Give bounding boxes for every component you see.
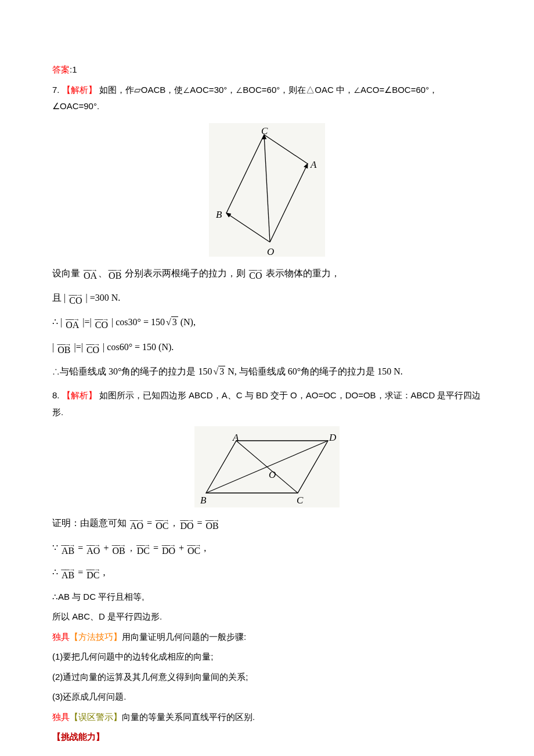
eq: = (194, 518, 204, 528)
label-c: C (297, 491, 303, 510)
radicand: 3 (171, 316, 178, 327)
answer-line: 答案:1 (52, 62, 482, 78)
tip-3: (3)还原成几何问题. (52, 689, 482, 705)
vec-body: CO (248, 271, 262, 280)
q8-text: 如图所示，已知四边形 ABCD，A、C 与 BD 交于 O，AO=OC，DO=O… (52, 390, 481, 417)
vec-ob: ──→OB (108, 267, 122, 280)
label-o: O (267, 243, 274, 261)
sqrt-3: 3 (212, 363, 225, 380)
text-seg: |=| (80, 317, 93, 327)
vec-body: DC (86, 571, 100, 580)
tip-line: 独具【方法技巧】用向量证明几何问题的一般步骤: (52, 629, 482, 646)
vec-ob: ──→OB (111, 542, 125, 556)
vec-oa: ──→OA (65, 316, 80, 330)
vec-body: CO (95, 321, 109, 330)
therefore: ∴ (52, 567, 58, 577)
eq: = (145, 518, 154, 528)
svg-line-4 (226, 135, 264, 213)
warn-prefix: 独具 (52, 712, 70, 722)
analysis-tag: 【解析】 (62, 390, 97, 400)
text-seg: 分别表示两根绳子的拉力，则 (125, 268, 246, 278)
q7-analysis: 7. 【解析】 如图，作▱OACB，使∠AOC=30°，∠BOC=60°，则在△… (52, 82, 482, 115)
vec-dc: ──→DC (86, 567, 100, 580)
comma: ， (127, 543, 136, 553)
vec-oa: ──→OA (83, 267, 98, 280)
text-seg: | cos60° = 150 (N). (100, 342, 174, 352)
vec-body: OB (57, 345, 71, 355)
vec-oc: ──→OC (155, 517, 169, 531)
warn-text: 向量的等量关系同直线平行的区别. (122, 712, 255, 722)
vec-ab: ──→AB (61, 542, 75, 556)
svg-line-1 (270, 164, 308, 242)
label-d: D (329, 429, 336, 447)
eq: = (75, 567, 85, 577)
parallelogram-abcd-svg (194, 426, 340, 507)
vec-co: ──→CO (95, 316, 109, 330)
text-seg: | (52, 342, 56, 352)
parallelogram-svg (209, 123, 325, 257)
vec-body: AB (61, 571, 75, 580)
label-o: O (269, 466, 276, 484)
sqrt-3: 3 (165, 314, 178, 331)
vec-body: OB (108, 271, 122, 280)
tip-text: 用向量证明几何问题的一般步骤: (122, 632, 246, 642)
vec-co: ──→CO (68, 292, 82, 305)
text-seg: 表示物体的重力， (266, 268, 340, 278)
vec-body: CO (68, 296, 82, 305)
q7-conclusion: ∴与铅垂线成 30°角的绳子的拉力是 1503 N, 与铅垂线成 60°角的绳子… (52, 363, 482, 380)
vec-co: ──→CO (248, 267, 262, 280)
tip-2: (2)通过向量的运算及其几何意义得到向量间的关系; (52, 669, 482, 686)
text-seg: (N), (178, 317, 196, 327)
vec-body: OB (205, 521, 219, 531)
q7-vec-intro: 设向量 ──→OA、──→OB 分别表示两根绳子的拉力，则 ──→CO 表示物体… (52, 265, 482, 282)
text-seg: 证明：由题意可知 (52, 518, 127, 528)
q8-prefix: 8. (52, 390, 60, 400)
vec-body: DO (161, 546, 176, 556)
q8-therefore: ∴ ──→AB = ──→DC , (52, 564, 482, 581)
tip-tag: 【方法技巧】 (70, 632, 122, 642)
figure-canvas: A D B C O (194, 426, 340, 507)
vec-body: OA (65, 321, 80, 330)
vec-dc: ──→DC (136, 542, 150, 556)
label-b: B (200, 491, 206, 510)
q8-conclusion2: 所以 ABC、D 是平行四边形. (52, 609, 482, 625)
vec-body: OC (155, 521, 169, 531)
vec-body: DO (179, 521, 194, 531)
tip-prefix: 独具 (52, 632, 70, 642)
q8-proof-intro: 证明：由题意可知 ──→AO = ──→OC，──→DO = ──→OB (52, 514, 482, 532)
vec-body: OC (187, 546, 201, 556)
because: ∵ (52, 543, 58, 553)
text-seg: ∴与铅垂线成 30°角的绳子的拉力是 150 (52, 366, 212, 376)
text-seg: | (60, 317, 64, 327)
therefore: ∴ (52, 317, 58, 327)
vec-ao: ──→AO (86, 542, 100, 556)
q8-conclusion1: ∴AB 与 DC 平行且相等, (52, 589, 482, 606)
q8-analysis: 8. 【解析】 如图所示，已知四边形 ABCD，A、C 与 BD 交于 O，AO… (52, 387, 482, 420)
vec-body: OB (111, 546, 125, 556)
comma: ， (169, 518, 179, 528)
vec-co: ──→CO (86, 341, 100, 355)
warn-line: 独具【误区警示】向量的等量关系同直线平行的区别. (52, 709, 482, 726)
plus: + (101, 543, 111, 553)
challenge-tag: 【挑战能力】 (52, 729, 482, 746)
label-c: C (261, 122, 268, 141)
label-a: A (233, 429, 239, 447)
challenge-analysis: 【解析。】 因为 ───→OA3 + ───→OA7 = →0 ，所以 ──→a… (52, 753, 482, 756)
q7-prefix: 7. (52, 85, 60, 95)
vec-oc: ──→OC (187, 542, 201, 556)
svg-line-7 (206, 441, 328, 493)
vec-ob: ──→OB (57, 341, 71, 355)
vec-body: CO (86, 345, 100, 355)
answer-value: :1 (70, 64, 77, 74)
vec-ab: ──→AB (61, 567, 75, 580)
vec-body: AB (61, 546, 75, 556)
q7-text: 如图，作▱OACB，使∠AOC=30°，∠BOC=60°，则在△OAC 中，∠A… (52, 85, 438, 111)
vec-body: DC (136, 546, 150, 556)
vec-do: ──→DO (161, 542, 176, 556)
label-b: B (216, 206, 222, 224)
text-seg: | cos30° = 150 (109, 317, 165, 327)
plus: + (176, 543, 186, 553)
vec-ob: ──→OB (205, 517, 219, 531)
label-a: A (311, 156, 316, 174)
text-seg: 设向量 (52, 268, 80, 278)
